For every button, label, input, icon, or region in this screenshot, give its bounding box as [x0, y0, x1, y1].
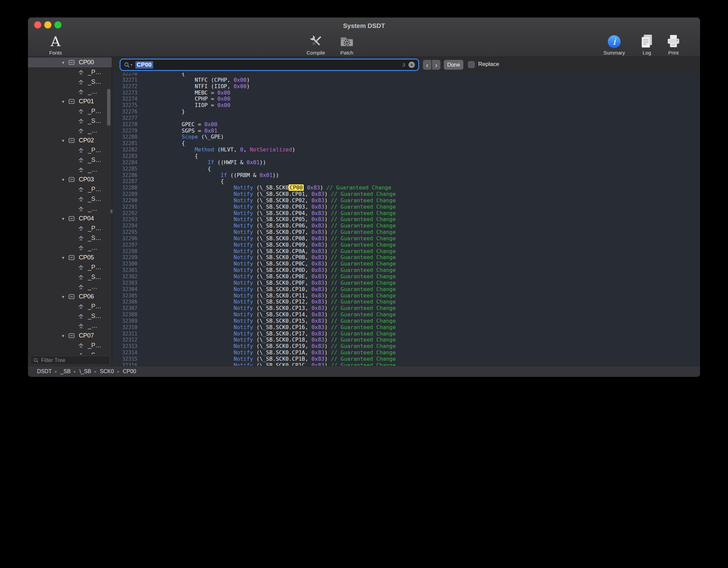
breadcrumb-item[interactable]: CP00 — [123, 368, 136, 375]
app-window: System DSDT A Fonts — [28, 17, 700, 377]
compile-button[interactable]: Compile — [306, 32, 325, 56]
code-line: 32271 NTFC (CPHP, 0x00) — [112, 77, 700, 83]
tree-node-child[interactable]: _… — [28, 204, 112, 214]
code-line: 32280 Scope (\_GPE) — [112, 134, 700, 140]
tree-node-child[interactable]: _… — [28, 126, 112, 136]
clear-search-icon[interactable]: × — [408, 62, 415, 68]
code-line: 32307 Notify (\_SB.SCK0.CP13, 0x83) // G… — [112, 305, 700, 312]
method-icon — [78, 284, 84, 290]
tree-node-child[interactable]: _… — [28, 165, 112, 175]
fonts-label: Fonts — [49, 50, 62, 56]
tree-node-child[interactable]: _S… — [28, 233, 112, 243]
breadcrumb-item[interactable]: _SB — [61, 368, 71, 375]
code-line: 32288 Notify (\_SB.SCK0CP00 0x83) // Gua… — [112, 185, 700, 191]
code-line: 32281 { — [112, 140, 700, 147]
tree-node-child[interactable]: _S… — [28, 116, 112, 126]
tree-node-child[interactable]: _S… — [28, 350, 112, 354]
sidebar: ▼CP00_P…_S…_…▼CP01_P…_S…_…▼CP02_P…_S…_…▼… — [28, 57, 112, 366]
fonts-button[interactable]: A Fonts — [49, 32, 62, 56]
code-line: 32314 Notify (\_SB.SCK0.CP1A, 0x83) // G… — [112, 350, 700, 356]
log-button[interactable]: Log — [639, 32, 654, 56]
code-editor[interactable]: 32270 {32271 NTFC (CPHP, 0x00)32272 NTFI… — [112, 73, 700, 366]
replace-checkbox[interactable] — [468, 61, 475, 68]
code-line: 32283 { — [112, 153, 700, 159]
code-line: 32316 Notify (\_SB.SCK0.CP1C, 0x83) // G… — [112, 362, 700, 366]
code-line: 32308 Notify (\_SB.SCK0.CP14, 0x83) // G… — [112, 312, 700, 318]
device-icon — [68, 215, 75, 222]
disclosure-triangle-icon[interactable]: ▼ — [61, 334, 68, 338]
disclosure-triangle-icon[interactable]: ▼ — [61, 139, 68, 143]
tree-node-child[interactable]: _P… — [28, 67, 112, 77]
find-input[interactable]: ▾ CP00 3 × — [121, 60, 418, 70]
method-icon — [78, 274, 84, 280]
tree-node-cp04[interactable]: ▼CP04 — [28, 214, 112, 223]
tree-node-child[interactable]: _… — [28, 243, 112, 253]
tree-node-cp05[interactable]: ▼CP05 — [28, 253, 112, 262]
tree-node-child[interactable]: _P… — [28, 262, 112, 272]
done-button[interactable]: Done — [444, 60, 463, 70]
breadcrumb-item[interactable]: \_SB — [79, 368, 91, 375]
breadcrumb-item[interactable]: SCK0 — [100, 368, 114, 375]
disclosure-triangle-icon[interactable]: ▼ — [61, 61, 68, 65]
tree-node-child[interactable]: _S… — [28, 311, 112, 321]
tree-node-child[interactable]: _S… — [28, 77, 112, 87]
tree-node-child[interactable]: _S… — [28, 194, 112, 204]
tree-node-child[interactable]: _S… — [28, 155, 112, 165]
search-match-highlight: CP00 — [289, 184, 304, 191]
tree-node-cp00[interactable]: ▼CP00 — [28, 58, 112, 67]
tree-node-child[interactable]: _… — [28, 321, 112, 331]
find-previous-button[interactable]: ‹ — [423, 60, 431, 70]
code-line: 32311 Notify (\_SB.SCK0.CP17, 0x83) // G… — [112, 331, 700, 337]
summary-button[interactable]: i Summary — [603, 32, 625, 56]
print-button[interactable]: Print — [666, 32, 681, 56]
filter-placeholder: Filter Tree — [41, 357, 65, 363]
disclosure-triangle-icon[interactable]: ▼ — [61, 295, 68, 299]
device-icon — [68, 332, 75, 339]
method-icon — [78, 225, 84, 232]
code-line: 32303 Notify (\_SB.SCK0.CP0F, 0x83) // G… — [112, 280, 700, 286]
tree-node-child[interactable]: _P… — [28, 301, 112, 311]
desktop: System DSDT A Fonts — [0, 0, 728, 568]
tree-node-child[interactable]: _… — [28, 282, 112, 292]
disclosure-triangle-icon[interactable]: ▼ — [61, 178, 68, 182]
disclosure-triangle-icon[interactable]: ▼ — [61, 100, 68, 104]
tree-node-child[interactable]: _S… — [28, 272, 112, 282]
tree-node-child[interactable]: _P… — [28, 223, 112, 233]
device-icon — [68, 293, 75, 300]
code-line: 32286 If ((PRBM & 0x01)) — [112, 172, 700, 179]
summary-icon: i — [607, 32, 622, 49]
sidebar-scrollbar[interactable] — [107, 89, 110, 126]
tree-node-cp01[interactable]: ▼CP01 — [28, 97, 112, 106]
disclosure-triangle-icon[interactable]: ▼ — [61, 217, 68, 221]
device-icon — [68, 137, 75, 144]
find-next-button[interactable]: › — [432, 60, 440, 70]
tree-node-child[interactable]: _P… — [28, 341, 112, 350]
search-query-text: CP00 — [135, 61, 153, 69]
device-icon — [68, 98, 75, 105]
code-lines: 32270 {32271 NTFC (CPHP, 0x00)32272 NTFI… — [112, 73, 700, 366]
compile-label: Compile — [306, 50, 325, 56]
method-icon — [78, 79, 84, 85]
tree-node-child[interactable]: _… — [28, 87, 112, 97]
filter-area: Filter Tree — [28, 354, 112, 366]
breadcrumb-item[interactable]: DSDT — [37, 368, 52, 375]
search-menu-icon[interactable]: ▾ — [124, 62, 132, 68]
filter-tree-field[interactable]: Filter Tree — [30, 356, 110, 365]
window-title: System DSDT — [28, 17, 700, 32]
tree-node-child[interactable]: _P… — [28, 106, 112, 116]
tree-node-cp07[interactable]: ▼CP07 — [28, 331, 112, 341]
code-line: 32296 Notify (\_SB.SCK0.CP08, 0x83) // G… — [112, 236, 700, 242]
breadcrumb-separator-icon: ▸ — [95, 369, 97, 374]
patch-label: Patch — [340, 50, 353, 56]
tree-node-cp02[interactable]: ▼CP02 — [28, 136, 112, 145]
tree-node-child[interactable]: _P… — [28, 145, 112, 155]
method-icon — [78, 342, 84, 349]
patch-button[interactable]: Patch — [339, 32, 355, 56]
disclosure-triangle-icon[interactable]: ▼ — [61, 256, 68, 260]
tree-node-cp06[interactable]: ▼CP06 — [28, 292, 112, 301]
code-line: 32310 Notify (\_SB.SCK0.CP16, 0x83) // G… — [112, 324, 700, 331]
code-line: 32276 } — [112, 109, 700, 115]
tree-node-child[interactable]: _P… — [28, 184, 112, 194]
tree-node-cp03[interactable]: ▼CP03 — [28, 175, 112, 184]
code-line: 32315 Notify (\_SB.SCK0.CP1B, 0x83) // G… — [112, 356, 700, 362]
